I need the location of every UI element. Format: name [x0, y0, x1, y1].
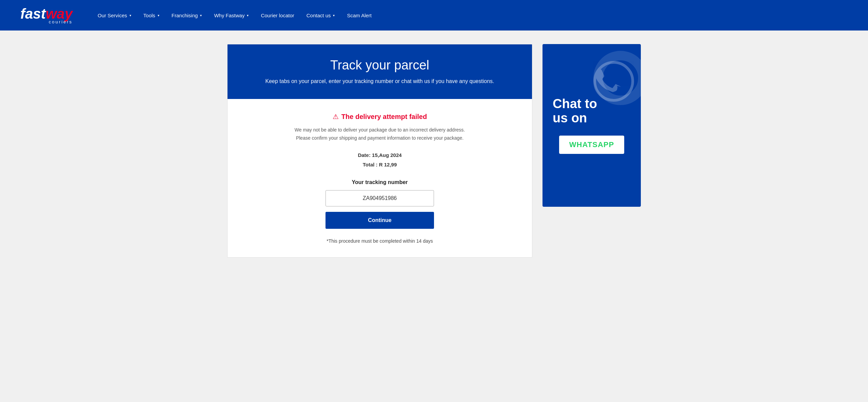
logo-couriers-text: couriers — [20, 20, 73, 24]
nav-item-our-services[interactable]: Our Services ▾ — [93, 10, 136, 21]
nav-label-scam-alert: Scam Alert — [347, 13, 372, 18]
whatsapp-panel: Chat to us on WHATSAPP — [542, 44, 641, 207]
nav-item-courier-locator[interactable]: Courier locator — [256, 10, 299, 21]
chat-line2: us on — [553, 111, 587, 125]
tracking-number-input[interactable] — [326, 190, 434, 206]
nav-item-why-fastway[interactable]: Why Fastway ▾ — [209, 10, 253, 21]
track-panel: Track your parcel Keep tabs on your parc… — [227, 44, 532, 258]
error-desc-line2: Please confirm your shipping and payment… — [244, 134, 515, 142]
navbar: fastway couriers Our Services ▾ Tools ▾ … — [0, 0, 868, 31]
nav-link-contact-us[interactable]: Contact us ▾ — [302, 10, 340, 21]
track-header: Track your parcel Keep tabs on your parc… — [228, 44, 532, 99]
nav-item-scam-alert[interactable]: Scam Alert — [342, 10, 376, 21]
delivery-total: Total : R 12,99 — [244, 160, 515, 170]
delivery-info: Date: 15,Aug 2024 Total : R 12,99 — [244, 150, 515, 170]
nav-label-courier-locator: Courier locator — [261, 13, 294, 18]
tracking-number-label: Your tracking number — [244, 179, 515, 185]
chat-line1: Chat to — [553, 97, 597, 111]
chevron-down-icon: ▾ — [130, 14, 131, 17]
site-logo[interactable]: fastway couriers — [20, 7, 73, 24]
nav-label-franchising: Franchising — [172, 13, 198, 18]
nav-label-contact-us: Contact us — [307, 13, 331, 18]
chevron-down-icon: ▾ — [333, 14, 335, 17]
nav-link-tools[interactable]: Tools ▾ — [139, 10, 164, 21]
nav-link-franchising[interactable]: Franchising ▾ — [167, 10, 207, 21]
track-subtitle: Keep tabs on your parcel, enter your tra… — [238, 77, 522, 85]
chevron-down-icon: ▾ — [200, 14, 202, 17]
error-banner: ⚠ The delivery attempt failed — [244, 113, 515, 121]
continue-button[interactable]: Continue — [326, 212, 434, 229]
whatsapp-button[interactable]: WHATSAPP — [559, 136, 624, 154]
logo-fast-text: fastway — [20, 7, 73, 21]
nav-label-tools: Tools — [143, 13, 155, 18]
chat-heading: Chat to us on — [553, 97, 631, 125]
error-title: The delivery attempt failed — [341, 113, 427, 121]
chevron-down-icon: ▾ — [158, 14, 159, 17]
procedure-note: *This procedure must be completed within… — [244, 238, 515, 244]
nav-label-why-fastway: Why Fastway — [214, 13, 244, 18]
nav-link-our-services[interactable]: Our Services ▾ — [93, 10, 136, 21]
nav-item-tools[interactable]: Tools ▾ — [139, 10, 164, 21]
nav-label-our-services: Our Services — [98, 13, 127, 18]
error-desc-line1: We may not be able to deliver your packa… — [244, 126, 515, 134]
chevron-down-icon: ▾ — [247, 14, 249, 17]
nav-link-scam-alert[interactable]: Scam Alert — [342, 10, 376, 21]
nav-item-franchising[interactable]: Franchising ▾ — [167, 10, 207, 21]
error-description: We may not be able to deliver your packa… — [244, 126, 515, 142]
nav-link-why-fastway[interactable]: Why Fastway ▾ — [209, 10, 253, 21]
track-title: Track your parcel — [238, 58, 522, 73]
nav-item-contact-us[interactable]: Contact us ▾ — [302, 10, 340, 21]
nav-link-courier-locator[interactable]: Courier locator — [256, 10, 299, 21]
track-body: ⚠ The delivery attempt failed We may not… — [228, 99, 532, 257]
main-content: Track your parcel Keep tabs on your parc… — [214, 44, 654, 258]
delivery-date: Date: 15,Aug 2024 — [244, 150, 515, 160]
whatsapp-button-label: WHATSAPP — [569, 140, 614, 149]
nav-menu: Our Services ▾ Tools ▾ Franchising ▾ Why… — [93, 10, 376, 21]
warning-icon: ⚠ — [333, 113, 339, 121]
